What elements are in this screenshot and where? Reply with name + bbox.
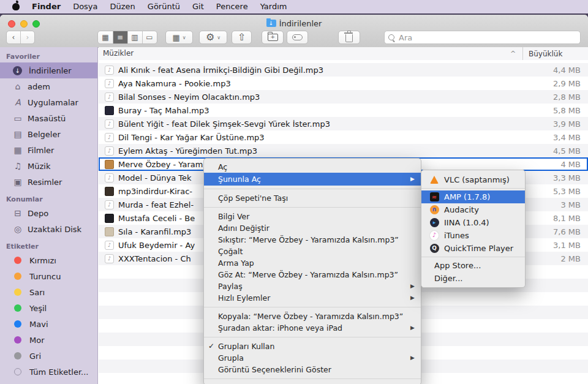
music-file-icon: ♪ (105, 92, 114, 102)
search-input[interactable] (398, 32, 576, 43)
menu-item-sikistir[interactable]: Sıkıştır: “Merve Özbey - Yaramızda Kalsı… (204, 234, 421, 246)
submenu-arrow-icon: ▶ (410, 292, 415, 304)
menu-item-grupla[interactable]: Grupla ▶ (204, 352, 421, 364)
sidebar-item-tag-mavi[interactable]: Mavi (0, 316, 97, 332)
remote-disc-icon: ◎ (12, 224, 23, 234)
sidebar-item-belgeler[interactable]: ▤ Belgeler (0, 126, 97, 142)
sidebar-item-resimler[interactable]: ▣ Resimler (0, 174, 97, 190)
menu-item-arma-yap[interactable]: Arma Yap (204, 257, 421, 269)
sidebar-item-filmler[interactable]: ▦ Filmler (0, 142, 97, 158)
sidebar-item-depo[interactable]: ⊟ Depo (0, 205, 97, 221)
table-row[interactable]: ♪ Ali Kınık - feat Asena İrmikçi-Bildiği… (99, 63, 588, 77)
sidebar-item-indirilenler[interactable]: ↓ İndirilenler (0, 62, 97, 78)
gallery-icon: ▭ (146, 33, 153, 42)
tag-button[interactable] (287, 31, 308, 44)
menu-item-kopyala[interactable]: Kopyala: “Merve Özbey - Yaramızda Kalsın… (204, 311, 421, 322)
screen: Finder Dosya Düzen Görüntü Git Pencere Y… (0, 0, 588, 384)
sidebar-item-tag-turuncu[interactable]: Turuncu (0, 268, 97, 284)
menu-item-goz-at[interactable]: Göz At: “Merve Özbey - Yaramızda Kalsın.… (204, 269, 421, 280)
menu-bar: Finder Dosya Düzen Görüntü Git Pencere Y… (0, 0, 588, 13)
menu-item-sununla-ac[interactable]: Şununla Aç ▶ (204, 173, 421, 186)
sidebar-item-uzaktaki-disk[interactable]: ◎ Uzaktaki Disk (0, 221, 97, 237)
forward-button[interactable]: › (21, 31, 34, 43)
applications-icon: A (12, 97, 23, 107)
new-folder-button[interactable] (262, 31, 284, 44)
menubar-item-goruntu[interactable]: Görüntü (141, 0, 186, 13)
orange-tag-icon (14, 273, 21, 280)
documents-icon: ▤ (12, 129, 23, 139)
columns-icon: ▥ (131, 33, 138, 42)
gallery-view-button[interactable]: ▭ (143, 31, 157, 43)
toolbar-controls: ‹ › ▦ ≡ ▥ ▭ ▦ ∨ ⚙ ∨ ⇧ (0, 31, 588, 44)
menu-item-suradan-aktar[interactable]: Şuradan aktar: iPhone veya iPad ▶ (204, 322, 421, 334)
sidebar-section-favoriler: Favoriler (0, 47, 97, 62)
menubar-item-git[interactable]: Git (186, 0, 210, 13)
menubar-item-yardim[interactable]: Yardım (254, 0, 293, 13)
sidebar-item-tum-etiketler[interactable]: Tüm Etiketler... (0, 364, 97, 380)
table-row[interactable]: ♪ Dil Tengi - Kar Yağar Kar Üstüne.mp3 3… (99, 130, 588, 144)
table-row[interactable]: ♪ Eylem Aktaş - Yüreğimden Tut.mp3 4,5 M… (99, 144, 588, 157)
sidebar-item-muzik[interactable]: ♫ Müzik (0, 158, 97, 174)
album-art-icon (105, 187, 114, 196)
menu-item-bilgi-ver[interactable]: Bilgi Ver (204, 211, 421, 222)
submenu-item-iina[interactable]: ▸ IINA (1.0.4) (421, 216, 525, 229)
sidebar-item-uygulamalar[interactable]: A Uygulamalar (0, 94, 97, 110)
submenu-item-vlc[interactable]: VLC (saptanmış) (421, 173, 525, 186)
menu-separator (204, 307, 421, 307)
sidebar-item-tag-sari[interactable]: Sarı (0, 284, 97, 300)
table-row[interactable]: ♪ Bülent Yiğit - feat Dilek Şimşek-Sevgi… (99, 117, 588, 130)
list-view-button[interactable]: ≡ (113, 31, 128, 43)
table-row[interactable]: ♪ Bilal Sonses - Neyim Olacaktın.mp3 2,8… (99, 90, 588, 104)
back-button[interactable]: ‹ (7, 31, 21, 43)
submenu-item-itunes[interactable]: ♪ iTunes (421, 229, 525, 242)
apple-icon[interactable] (12, 3, 20, 10)
submenu-item-quicktime[interactable]: Q QuickTime Player (421, 242, 525, 255)
table-row[interactable]: Buray - Taç Mahal.mp3 5,8 MB (99, 104, 588, 117)
submenu-item-amp[interactable]: ≈ AMP (1.7.8) (421, 190, 525, 203)
music-file-icon: ♪ (105, 146, 114, 156)
sidebar-item-masaustu[interactable]: ▭ Masaüstü (0, 110, 97, 126)
quicktime-icon: Q (429, 244, 439, 254)
sidebar-item-tag-yesil[interactable]: Yeşil (0, 300, 97, 316)
photos-icon: ▣ (12, 177, 23, 187)
delete-button[interactable] (338, 31, 360, 44)
menu-item-goruntu-secenekleri[interactable]: Görüntü Seçeneklerini Göster (204, 364, 421, 375)
menu-item-hizli-eylemler[interactable]: Hızlı Eylemler ▶ (204, 292, 421, 304)
menu-item-cop-sepetine-tasi[interactable]: Çöp Sepeti'ne Taşı (204, 192, 421, 204)
sidebar-item-tag-mor[interactable]: Mor (0, 332, 97, 348)
menubar-item-dosya[interactable]: Dosya (67, 0, 104, 13)
movies-icon: ▦ (12, 145, 23, 155)
album-art-icon (105, 227, 114, 236)
music-file-icon: ♪ (105, 66, 114, 75)
purple-tag-icon (14, 336, 21, 344)
menu-item-ac[interactable]: Aç (204, 161, 421, 173)
icon-view-button[interactable]: ▦ (99, 31, 113, 43)
sidebar-item-adem[interactable]: ⌂ adem (0, 78, 97, 94)
action-button[interactable]: ⚙ ∨ (199, 31, 227, 44)
column-header-size[interactable]: Büyüklük (522, 47, 562, 60)
green-tag-icon (14, 304, 21, 312)
submenu-arrow-icon: ▶ (410, 173, 415, 186)
menu-item-adini-degistir[interactable]: Adını Değiştir (204, 222, 421, 234)
sidebar-item-tag-gri[interactable]: Gri (0, 348, 97, 364)
album-art-icon (105, 160, 114, 169)
desktop-icon: ▭ (12, 113, 23, 123)
grid-icon: ▦ (102, 33, 108, 42)
menu-item-paylas[interactable]: Paylaş ▶ (204, 280, 421, 292)
column-view-button[interactable]: ▥ (128, 31, 143, 43)
submenu-item-app-store[interactable]: App Store... (421, 259, 525, 272)
table-row[interactable]: ♪ Aya Nakamura - Pookie.mp3 2,9 MB (99, 77, 588, 90)
menubar-item-duzen[interactable]: Düzen (104, 0, 141, 13)
menubar-item-pencere[interactable]: Pencere (210, 0, 254, 13)
menu-item-cogalt[interactable]: Çoğalt (204, 246, 421, 257)
sidebar-item-tag-kirmizi[interactable]: Kırmızı (0, 252, 97, 268)
menubar-item-finder[interactable]: Finder (26, 0, 67, 13)
menu-item-gruplari-kullan[interactable]: ✓ Grupları Kullan (204, 341, 421, 352)
share-button[interactable]: ⇧ (232, 31, 252, 44)
group-button[interactable]: ▦ ∨ (165, 31, 193, 44)
tag-icon (292, 34, 303, 40)
submenu-item-audacity[interactable]: ∩ Audacity (421, 203, 525, 216)
submenu-item-diger[interactable]: Diğer... (421, 272, 525, 285)
column-header-name[interactable]: Müzikler (103, 49, 134, 58)
search-field[interactable] (384, 31, 581, 44)
